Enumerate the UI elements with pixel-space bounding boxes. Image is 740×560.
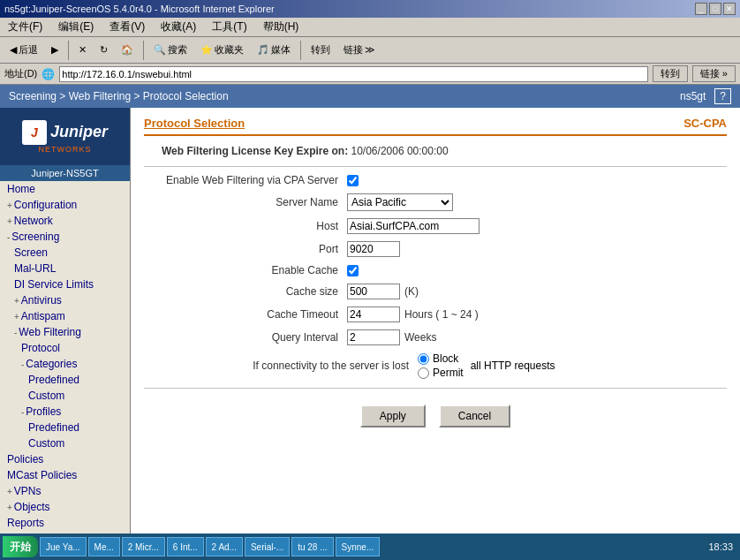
sidebar-item-di-service[interactable]: DI Service Limits xyxy=(0,276,130,292)
task-serial[interactable]: Serial-... xyxy=(245,537,290,556)
ie-toolbar: ◀ 后退 ▶ ✕ ↻ 🏠 🔍 搜索 ⭐ 收藏夹 🎵 媒体 转到 链接 ≫ xyxy=(0,37,740,64)
cancel-button[interactable]: Cancel xyxy=(439,405,510,428)
window-controls[interactable]: _ □ ✕ xyxy=(695,3,736,15)
minimize-button[interactable]: _ xyxy=(695,3,707,15)
sidebar-item-profiles[interactable]: - Profiles xyxy=(0,404,130,420)
links-button[interactable]: 链接 ≫ xyxy=(338,40,381,61)
go-button[interactable]: 转到 xyxy=(306,40,336,61)
go-address-button[interactable]: 转到 xyxy=(653,65,688,82)
start-button[interactable]: 开始 xyxy=(3,536,38,557)
menu-help[interactable]: 帮助(H) xyxy=(260,19,303,35)
server-name-select[interactable]: Asia Pacific North America Europe xyxy=(347,193,453,211)
policies-label: Policies xyxy=(7,453,43,465)
network-label: Network xyxy=(14,215,53,227)
content-title[interactable]: Protocol Selection xyxy=(144,117,245,130)
connectivity-suffix: all HTTP requests xyxy=(471,359,555,372)
device-name: Juniper-NS5GT xyxy=(0,165,130,181)
media-button[interactable]: 🎵 媒体 xyxy=(252,40,296,61)
mal-url-label: Mal-URL xyxy=(14,262,56,275)
sidebar-item-mal-url[interactable]: Mal-URL xyxy=(0,261,130,276)
antispam-expander: + xyxy=(14,312,19,322)
web-filtering-expander: - xyxy=(14,328,17,337)
sidebar-item-custom1[interactable]: Custom xyxy=(0,388,130,404)
sidebar-item-predefined2[interactable]: Predefined xyxy=(0,420,130,435)
permit-radio-row: Permit xyxy=(418,367,464,379)
sidebar-item-network[interactable]: + Network xyxy=(0,213,130,229)
categories-label: Categories xyxy=(26,358,77,370)
license-value: 10/06/2006 00:00:00 xyxy=(351,145,449,157)
screen-label: Screen xyxy=(14,246,48,259)
menu-file[interactable]: 文件(F) xyxy=(4,19,46,35)
sidebar-item-antivirus[interactable]: + Antivirus xyxy=(0,292,130,308)
cache-size-row: Cache size (K) xyxy=(144,284,727,299)
predefined1-label: Predefined xyxy=(28,374,79,386)
sidebar-item-antispam[interactable]: + Antispam xyxy=(0,308,130,324)
categories-expander: - xyxy=(21,359,24,369)
content-subtitle: SC-CPA xyxy=(683,117,727,130)
cache-size-input[interactable] xyxy=(347,284,400,299)
sidebar-item-vpns[interactable]: + VPNs xyxy=(0,483,130,499)
sidebar-item-web-filtering[interactable]: - Web Filtering xyxy=(0,324,130,340)
enable-cache-checkbox[interactable] xyxy=(347,265,359,276)
host-label: Host xyxy=(162,220,338,232)
task-jue[interactable]: Jue Ya... xyxy=(40,537,87,556)
home-button[interactable]: 🏠 xyxy=(116,40,139,61)
back-button[interactable]: ◀ 后退 xyxy=(4,40,43,61)
address-icon: 🌐 xyxy=(42,68,55,80)
sidebar-item-mcast[interactable]: MCast Policies xyxy=(0,467,130,483)
mcast-label: MCast Policies xyxy=(7,469,77,481)
content-area: Protocol Selection SC-CPA Web Filtering … xyxy=(131,108,740,534)
task-int[interactable]: 6 Int... xyxy=(167,537,204,556)
menu-tools[interactable]: 工具(T) xyxy=(208,19,250,35)
sidebar-item-screening[interactable]: - Screening xyxy=(0,229,130,245)
menu-edit[interactable]: 编辑(E) xyxy=(55,19,97,35)
menu-favorites[interactable]: 收藏(A) xyxy=(157,19,200,35)
host-input[interactable] xyxy=(347,218,479,234)
sidebar-item-categories[interactable]: - Categories xyxy=(0,356,130,372)
enable-cache-label: Enable Cache xyxy=(162,264,338,276)
stop-button[interactable]: ✕ xyxy=(73,40,92,61)
sidebar-item-screen[interactable]: Screen xyxy=(0,245,130,261)
profiles-expander: - xyxy=(21,407,24,417)
query-interval-row: Query Interval Weeks xyxy=(144,329,727,345)
sidebar-item-custom2[interactable]: Custom xyxy=(0,435,130,451)
sidebar-item-objects[interactable]: + Objects xyxy=(0,499,130,515)
port-input[interactable] xyxy=(347,241,400,257)
cache-timeout-input[interactable] xyxy=(347,306,400,322)
help-button[interactable]: ? xyxy=(714,88,731,104)
sidebar-item-predefined1[interactable]: Predefined xyxy=(0,372,130,388)
favorites-button[interactable]: ⭐ 收藏夹 xyxy=(195,40,249,61)
sidebar-item-home[interactable]: Home xyxy=(0,181,130,197)
query-interval-input[interactable] xyxy=(347,329,400,345)
config-expander: + xyxy=(7,201,12,210)
sidebar: J Juniper NETWORKS Juniper-NS5GT Home + … xyxy=(0,108,131,534)
search-button[interactable]: 🔍 搜索 xyxy=(148,40,193,61)
logo-sub: NETWORKS xyxy=(38,145,91,154)
sidebar-item-policies[interactable]: Policies xyxy=(0,451,130,467)
sidebar-item-protocol[interactable]: Protocol xyxy=(0,340,130,356)
sidebar-item-configuration[interactable]: + Configuration xyxy=(0,197,130,213)
forward-button[interactable]: ▶ xyxy=(46,40,64,61)
address-input[interactable] xyxy=(59,66,648,82)
refresh-button[interactable]: ↻ xyxy=(94,40,113,61)
apply-button[interactable]: Apply xyxy=(360,405,426,428)
task-tu[interactable]: tu 28 ... xyxy=(291,537,333,556)
task-micr[interactable]: 2 Micr... xyxy=(122,537,165,556)
predefined2-label: Predefined xyxy=(28,421,79,434)
menu-view[interactable]: 查看(V) xyxy=(106,19,148,35)
title-bar: ns5gt:Juniper-ScreenOS 5.4.0r4.0 - Micro… xyxy=(0,0,740,18)
sidebar-item-reports[interactable]: Reports xyxy=(0,515,130,531)
toolbar-separator xyxy=(68,41,69,60)
screening-expander: - xyxy=(7,232,10,242)
enable-wf-checkbox[interactable] xyxy=(347,175,359,186)
task-me[interactable]: Me... xyxy=(88,537,120,556)
task-ad[interactable]: 2 Ad... xyxy=(206,537,243,556)
links-btn[interactable]: 链接 » xyxy=(692,65,736,82)
close-button[interactable]: ✕ xyxy=(723,3,736,15)
address-bar: 地址(D) 🌐 转到 链接 » xyxy=(0,64,740,85)
task-synne[interactable]: Synne... xyxy=(336,537,381,556)
permit-radio[interactable] xyxy=(418,367,429,379)
maximize-button[interactable]: □ xyxy=(709,3,721,15)
block-radio[interactable] xyxy=(418,353,429,365)
menu-bar: 文件(F) 编辑(E) 查看(V) 收藏(A) 工具(T) 帮助(H) xyxy=(0,18,740,37)
